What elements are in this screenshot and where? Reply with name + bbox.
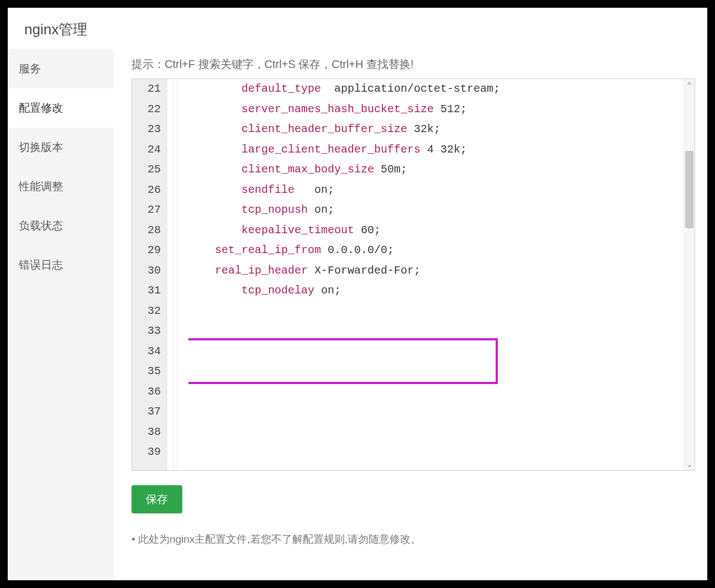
line-number: 24 xyxy=(132,140,161,160)
line-number: 34 xyxy=(132,342,161,362)
footer-note: 此处为nginx主配置文件,若您不了解配置规则,请勿随意修改。 xyxy=(132,532,695,547)
save-button[interactable]: 保存 xyxy=(132,485,182,513)
sidebar-item-0[interactable]: 服务 xyxy=(8,49,114,88)
line-number: 27 xyxy=(132,200,161,221)
line-number: 22 xyxy=(132,99,161,120)
line-number: 28 xyxy=(132,221,161,241)
main-panel: 提示：Ctrl+F 搜索关键字，Ctrl+S 保存，Ctrl+H 查找替换! 2… xyxy=(114,49,707,580)
line-number: 30 xyxy=(132,261,161,281)
sidebar-item-5[interactable]: 错误日志 xyxy=(8,245,114,285)
sidebar: 服务配置修改切换版本性能调整负载状态错误日志 xyxy=(8,49,114,580)
config-editor[interactable]: 21222324252627282930313233343536373839 d… xyxy=(132,78,695,471)
line-number: 29 xyxy=(132,240,161,261)
sidebar-item-2[interactable]: 切换版本 xyxy=(8,128,114,167)
sidebar-item-3[interactable]: 性能调整 xyxy=(8,167,114,206)
sidebar-item-4[interactable]: 负载状态 xyxy=(8,206,114,245)
nginx-admin-window: nginx管理 服务配置修改切换版本性能调整负载状态错误日志 提示：Ctrl+F… xyxy=(8,8,707,580)
line-number: 32 xyxy=(132,301,161,322)
scroll-thumb[interactable] xyxy=(685,151,693,228)
code-line[interactable]: keepalive_timeout 60; xyxy=(188,221,684,241)
line-gutter: 21222324252627282930313233343536373839 xyxy=(132,79,167,470)
line-number: 39 xyxy=(132,442,161,463)
line-number: 21 xyxy=(132,79,161,99)
code-line[interactable]: client_max_body_size 50m; xyxy=(188,160,684,180)
line-number: 35 xyxy=(132,361,161,382)
highlight-box xyxy=(188,338,498,384)
vertical-scrollbar[interactable]: ^ ⌄ xyxy=(684,79,695,470)
code-line[interactable]: server_names_hash_bucket_size 512; xyxy=(188,99,684,120)
scroll-down-icon[interactable]: ⌄ xyxy=(684,458,695,470)
code-line[interactable]: sendfile on; xyxy=(188,180,684,201)
page-title: nginx管理 xyxy=(8,8,707,49)
code-area[interactable]: default_type application/octet-stream; s… xyxy=(188,79,684,470)
code-line[interactable]: tcp_nopush on; xyxy=(188,200,684,221)
fold-strip xyxy=(167,79,188,470)
line-number: 25 xyxy=(132,160,161,180)
code-line[interactable]: set_real_ip_from 0.0.0.0/0; xyxy=(188,240,684,261)
code-line[interactable]: default_type application/octet-stream; xyxy=(188,79,684,99)
line-number: 36 xyxy=(132,382,161,402)
sidebar-item-1[interactable]: 配置修改 xyxy=(8,88,114,128)
code-line[interactable]: large_client_header_buffers 4 32k; xyxy=(188,140,684,160)
line-number: 23 xyxy=(132,119,161,140)
line-number: 31 xyxy=(132,281,161,301)
scroll-up-icon[interactable]: ^ xyxy=(684,79,695,91)
line-number: 26 xyxy=(132,180,161,201)
line-number: 33 xyxy=(132,321,161,342)
line-number: 38 xyxy=(132,422,161,443)
code-line[interactable]: tcp_nodelay on; xyxy=(188,281,684,301)
editor-hint: 提示：Ctrl+F 搜索关键字，Ctrl+S 保存，Ctrl+H 查找替换! xyxy=(132,57,695,72)
code-line[interactable]: real_ip_header X-Forwarded-For; xyxy=(188,261,684,281)
line-number: 37 xyxy=(132,402,161,422)
code-line[interactable]: client_header_buffer_size 32k; xyxy=(188,119,684,140)
